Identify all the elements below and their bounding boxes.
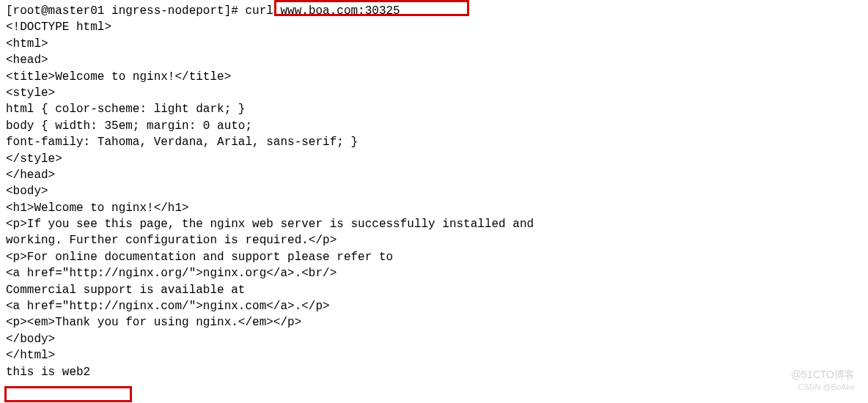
output-line: Commercial support is available at [6,282,862,298]
output-line: <html> [6,36,862,52]
output-line: <p><em>Thank you for using nginx.</em></… [6,314,862,330]
output-line: <title>Welcome to nginx!</title> [6,69,862,85]
output-line: </head> [6,167,862,183]
prompt-prefix: [root@master01 ingress-nodeport]# [6,4,238,18]
output-line: <p>For online documentation and support … [6,249,862,265]
output-line: font-family: Tahoma, Verdana, Arial, san… [6,134,862,150]
output-line: </style> [6,151,862,167]
output-line: <!DOCTYPE html> [6,19,862,35]
highlight-result-box [4,386,132,402]
output-line: this is web2 [6,364,862,380]
output-line: <style> [6,85,862,101]
watermark-subtext: CSDN @BoAke [798,382,855,393]
output-line: <body> [6,183,862,199]
output-line: <p>If you see this page, the nginx web s… [6,216,862,232]
output-line: html { color-scheme: light dark; } [6,101,862,117]
output-line: body { width: 35em; margin: 0 auto; [6,118,862,134]
output-line: </html> [6,347,862,363]
terminal-prompt-line: [root@master01 ingress-nodeport]# curl w… [6,3,862,19]
curl-command: curl www.boa.com:30325 [238,4,400,18]
output-line: working. Further configuration is requir… [6,232,862,248]
output-line: <h1>Welcome to nginx!</h1> [6,200,862,216]
output-line: <a href="http://nginx.com/">nginx.com</a… [6,298,862,314]
output-line: </body> [6,331,862,347]
output-line: <a href="http://nginx.org/">nginx.org</a… [6,265,862,281]
output-line: <head> [6,52,862,68]
